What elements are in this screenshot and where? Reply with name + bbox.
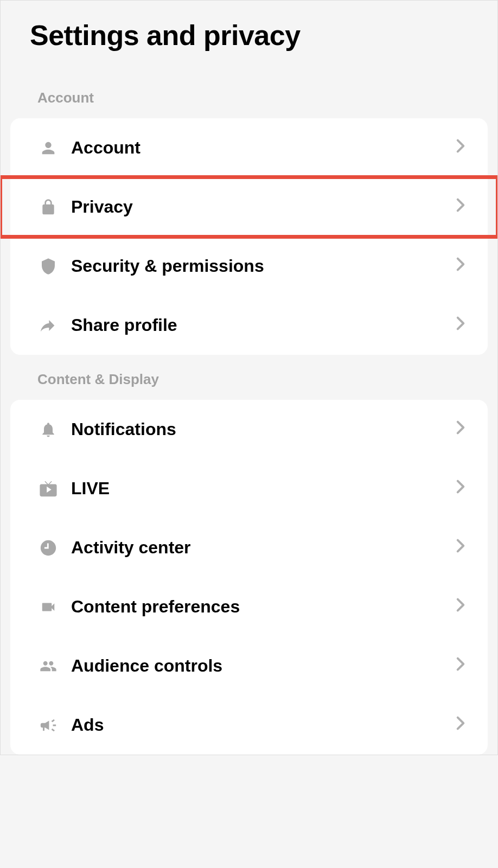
share-icon	[39, 316, 58, 335]
chevron-right-icon	[456, 598, 467, 616]
settings-item-label: Security & permissions	[71, 256, 456, 276]
settings-item-privacy[interactable]: Privacy	[1, 177, 497, 237]
settings-item-label: Share profile	[71, 315, 456, 335]
settings-item-label: Content preferences	[71, 597, 456, 617]
people-icon	[39, 656, 58, 676]
bell-icon	[39, 420, 58, 439]
settings-item-activity-center[interactable]: Activity center	[10, 518, 488, 577]
settings-item-label: Privacy	[71, 197, 456, 217]
settings-item-label: Account	[71, 138, 456, 158]
settings-container: Settings and privacy AccountAccountPriva…	[1, 1, 497, 755]
section-header: Account	[1, 73, 497, 118]
person-icon	[39, 138, 58, 158]
page-title: Settings and privacy	[1, 1, 497, 73]
lock-icon	[39, 197, 58, 217]
shield-icon	[39, 257, 58, 276]
section-header: Content & Display	[1, 355, 497, 400]
settings-item-label: Ads	[71, 715, 456, 735]
settings-item-live[interactable]: LIVE	[10, 459, 488, 518]
chevron-right-icon	[456, 316, 467, 335]
settings-card: NotificationsLIVEActivity centerContent …	[10, 400, 488, 755]
chevron-right-icon	[456, 420, 467, 439]
settings-item-label: Audience controls	[71, 656, 456, 676]
settings-item-security-permissions[interactable]: Security & permissions	[10, 237, 488, 296]
tv-icon	[39, 479, 58, 499]
settings-item-notifications[interactable]: Notifications	[10, 400, 488, 459]
settings-item-share-profile[interactable]: Share profile	[10, 296, 488, 355]
settings-card: AccountPrivacySecurity & permissionsShar…	[10, 118, 488, 355]
chevron-right-icon	[456, 257, 467, 276]
settings-item-ads[interactable]: Ads	[10, 695, 488, 755]
settings-item-label: Activity center	[71, 538, 456, 558]
chevron-right-icon	[456, 139, 467, 157]
chevron-right-icon	[456, 198, 467, 216]
chevron-right-icon	[456, 657, 467, 675]
chevron-right-icon	[456, 539, 467, 557]
megaphone-icon	[39, 716, 58, 735]
settings-item-audience-controls[interactable]: Audience controls	[10, 636, 488, 695]
settings-item-label: LIVE	[71, 478, 456, 499]
video-icon	[39, 597, 58, 617]
settings-item-content-preferences[interactable]: Content preferences	[10, 577, 488, 636]
chevron-right-icon	[456, 480, 467, 498]
settings-item-label: Notifications	[71, 419, 456, 439]
settings-item-account[interactable]: Account	[10, 118, 488, 177]
chevron-right-icon	[456, 716, 467, 735]
clock-icon	[39, 538, 58, 558]
